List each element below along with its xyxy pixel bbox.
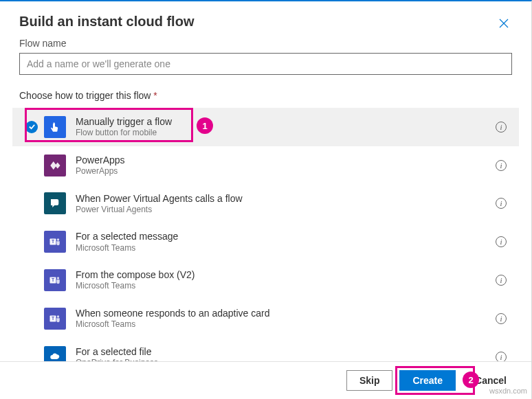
flow-name-field-wrap [0, 49, 531, 75]
trigger-texts: When Power Virtual Agents calls a flowPo… [76, 192, 496, 216]
flow-name-label: Flow name [0, 38, 531, 49]
teams-icon: T [44, 308, 66, 330]
onedrive-icon [44, 346, 66, 361]
powerapps-icon [44, 155, 66, 176]
info-icon[interactable]: i [496, 236, 507, 247]
trigger-item[interactable]: For a selected fileOneDrive for Business… [12, 338, 519, 361]
trigger-list[interactable]: Manually trigger a flowFlow button for m… [0, 108, 531, 361]
trigger-item[interactable]: When Power Virtual Agents calls a flowPo… [12, 185, 519, 223]
trigger-label-text: Choose how to trigger this flow [19, 90, 151, 101]
dialog-header: Build an instant cloud flow [0, 1, 531, 39]
trigger-texts: When someone responds to an adaptive car… [76, 307, 496, 330]
trigger-title: When Power Virtual Agents calls a flow [76, 192, 496, 205]
flow-name-input[interactable] [19, 53, 512, 75]
trigger-texts: PowerAppsPowerApps [76, 154, 496, 177]
trigger-subtitle: Microsoft Teams [76, 281, 496, 292]
trigger-title: PowerApps [76, 154, 496, 166]
trigger-section-label: Choose how to trigger this flow * [0, 75, 531, 108]
info-icon[interactable]: i [496, 122, 507, 133]
info-icon[interactable]: i [496, 313, 507, 324]
trigger-subtitle: Power Virtual Agents [76, 205, 496, 216]
trigger-item[interactable]: TFrom the compose box (V2)Microsoft Team… [12, 261, 519, 299]
trigger-item[interactable]: TFor a selected messageMicrosoft Teamsi [12, 223, 519, 261]
trigger-title: For a selected file [76, 345, 496, 358]
radio-selected-icon [25, 121, 38, 133]
required-mark: * [153, 90, 157, 101]
svg-point-2 [57, 239, 59, 241]
trigger-texts: From the compose box (V2)Microsoft Teams [76, 269, 496, 292]
create-button[interactable]: Create [399, 370, 456, 391]
dialog-title: Build an instant cloud flow [19, 14, 194, 30]
dialog: Build an instant cloud flow Flow name Ch… [0, 1, 531, 399]
trigger-texts: Manually trigger a flowFlow button for m… [76, 115, 496, 139]
trigger-texts: For a selected messageMicrosoft Teams [76, 230, 496, 253]
trigger-title: From the compose box (V2) [76, 269, 496, 281]
watermark: wsxdn.com [489, 387, 527, 395]
trigger-title: For a selected message [76, 230, 496, 242]
trigger-title: Manually trigger a flow [76, 115, 496, 128]
trigger-texts: For a selected fileOneDrive for Business [76, 345, 496, 361]
annotation-badge-2: 2 [463, 372, 479, 388]
trigger-item[interactable]: Manually trigger a flowFlow button for m… [12, 108, 519, 146]
trigger-subtitle: PowerApps [76, 166, 496, 177]
radio-slot[interactable] [19, 121, 44, 133]
dialog-footer: Skip Create 2 Cancel [0, 361, 531, 399]
touch-icon [44, 116, 66, 138]
trigger-subtitle: Microsoft Teams [76, 243, 496, 254]
info-icon[interactable]: i [496, 275, 507, 286]
trigger-subtitle: Flow button for mobile [76, 128, 496, 139]
svg-point-5 [57, 277, 59, 279]
trigger-item[interactable]: TWhen someone responds to an adaptive ca… [12, 299, 519, 338]
trigger-title: When someone responds to an adaptive car… [76, 307, 496, 319]
info-icon[interactable]: i [496, 198, 507, 209]
pva-icon [44, 192, 66, 214]
skip-button[interactable]: Skip [346, 370, 393, 391]
annotation-badge-1: 1 [197, 117, 213, 134]
info-icon[interactable]: i [496, 160, 507, 171]
teams-icon: T [44, 269, 66, 291]
trigger-item[interactable]: PowerAppsPowerAppsi [12, 146, 519, 185]
teams-icon: T [44, 231, 66, 253]
close-button[interactable] [496, 14, 512, 35]
svg-point-8 [57, 315, 59, 317]
close-icon [498, 18, 509, 29]
info-icon[interactable]: i [496, 352, 507, 361]
trigger-subtitle: Microsoft Teams [76, 319, 496, 330]
